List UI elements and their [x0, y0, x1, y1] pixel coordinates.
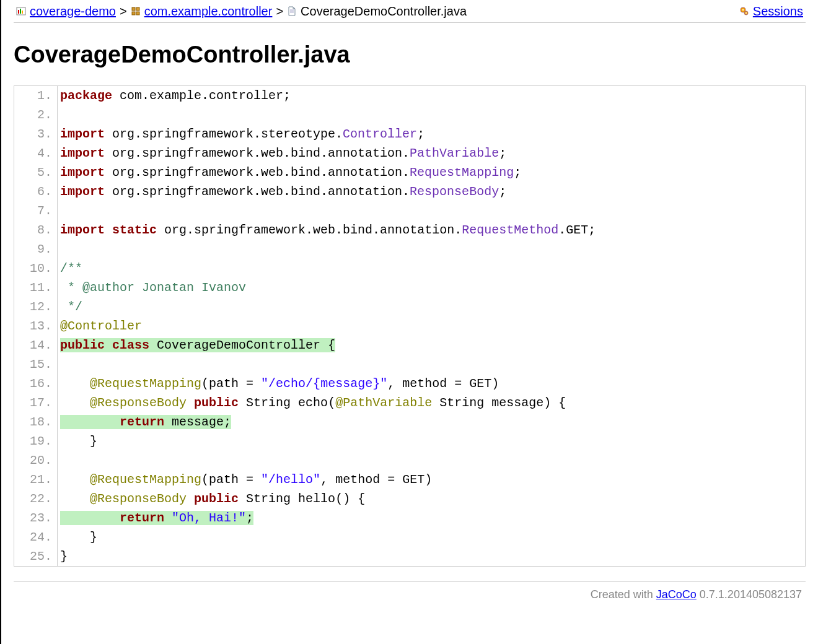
token-pkg: org.springframework.web.bind.annotation.: [112, 185, 410, 199]
token-ann: @RequestMapping: [90, 376, 201, 391]
token-ann: @ResponseBody: [90, 396, 187, 410]
token-punc: {: [558, 396, 566, 410]
token-punc: ;: [417, 127, 424, 141]
svg-rect-4: [132, 7, 135, 11]
token-ident: String message: [439, 396, 543, 410]
source-line: 7.: [14, 201, 805, 220]
gears-icon: [739, 6, 749, 16]
source-line: 3.import org.springframework.stereotype.…: [14, 124, 805, 144]
token-punc: (): [335, 492, 350, 506]
line-number: 10.: [14, 259, 58, 278]
line-number: 4.: [14, 144, 58, 163]
footer-text-prefix: Created with: [591, 588, 656, 601]
token-kw: class: [112, 338, 149, 352]
token-cmt: * @author Jonatan Ivanov: [60, 281, 246, 295]
line-number: 12.: [14, 297, 58, 316]
token-punc: }: [90, 530, 97, 544]
package-icon: [131, 6, 141, 16]
token-ident: path: [209, 376, 246, 391]
line-code: return message;: [58, 412, 805, 432]
page-title: CoverageDemoController.java: [14, 41, 806, 68]
token-ident: CoverageDemoController: [157, 338, 328, 352]
token-punc: {: [358, 492, 365, 506]
breadcrumb-sep: >: [276, 4, 283, 19]
line-number: 17.: [14, 393, 58, 412]
line-number: 6.: [14, 182, 58, 201]
token-ann: @ResponseBody: [90, 492, 187, 506]
svg-rect-2: [20, 9, 21, 14]
footer-link-jacoco[interactable]: JaCoCo: [656, 588, 697, 601]
source-line: 21. @RequestMapping(path = "/hello", met…: [14, 470, 805, 489]
line-number: 3.: [14, 124, 58, 144]
token-cmt: */: [60, 300, 82, 314]
source-line: 5.import org.springframework.web.bind.an…: [14, 163, 805, 182]
sessions-link[interactable]: Sessions: [753, 4, 803, 19]
line-code: package com.example.controller;: [58, 86, 805, 105]
token-ident: GET: [469, 376, 491, 391]
token-member: RequestMethod: [462, 223, 558, 237]
line-code: /**: [58, 259, 805, 278]
source-line: 25.}: [14, 547, 805, 566]
token-punc: ,: [320, 472, 328, 487]
source-line: 11. * @author Jonatan Ivanov: [14, 278, 805, 297]
token-punc: ,: [387, 376, 395, 391]
line-number: 7.: [14, 201, 58, 220]
line-number: 5.: [14, 163, 58, 182]
source-line: 4.import org.springframework.web.bind.an…: [14, 144, 805, 163]
line-number: 14.: [14, 336, 58, 355]
line-code: * @author Jonatan Ivanov: [58, 278, 805, 297]
source-line: 1.package com.example.controller;: [14, 86, 805, 105]
token-str: "/echo/{message}": [261, 376, 387, 391]
coverage-highlight: return message;: [60, 415, 231, 429]
token-ident: String hello: [246, 492, 335, 506]
source-line: 2.: [14, 105, 805, 124]
line-number: 9.: [14, 240, 58, 259]
token-op: =: [454, 376, 462, 391]
token-punc: (: [201, 376, 209, 391]
breadcrumb-link-package[interactable]: com.example.controller: [144, 4, 273, 19]
token-ann: @Controller: [60, 319, 142, 333]
source-line: 15.: [14, 355, 805, 374]
line-code: [58, 240, 805, 259]
source-line: 20.: [14, 451, 805, 470]
token-kw: public: [194, 396, 239, 410]
token-ann: @RequestMapping: [90, 472, 201, 487]
svg-rect-3: [22, 11, 23, 14]
line-code: import org.springframework.web.bind.anno…: [58, 163, 805, 182]
line-number: 21.: [14, 470, 58, 489]
svg-rect-5: [136, 7, 139, 11]
line-code: @RequestMapping(path = "/hello", method …: [58, 470, 805, 489]
line-code: @RequestMapping(path = "/echo/{message}"…: [58, 374, 805, 393]
file-icon: [287, 6, 297, 16]
token-punc: ;: [499, 146, 506, 160]
token-ident: path: [209, 472, 246, 487]
token-punc: }: [90, 434, 97, 448]
coverage-highlight: return "Oh, Hai!";: [60, 511, 253, 525]
line-code: @Controller: [58, 316, 805, 336]
line-code: [58, 201, 805, 220]
token-op: =: [246, 472, 253, 487]
line-code: }: [58, 432, 805, 451]
report-icon: [16, 6, 26, 16]
token-punc: ): [491, 376, 499, 391]
token-ident: message: [172, 415, 224, 429]
token-punc: .: [558, 223, 566, 237]
token-punc: ;: [283, 89, 291, 103]
line-code: import static org.springframework.web.bi…: [58, 220, 805, 240]
token-kw: return: [120, 511, 164, 525]
token-str: "Oh, Hai!": [172, 511, 246, 525]
token-pkg: com.example.controller: [120, 89, 283, 103]
token-str: "/hello": [261, 472, 320, 487]
token-punc: ): [543, 396, 551, 410]
line-number: 20.: [14, 451, 58, 470]
breadcrumb-link-project[interactable]: coverage-demo: [30, 4, 116, 19]
token-op: =: [387, 472, 395, 487]
token-pkg: org.springframework.stereotype.: [112, 127, 343, 141]
token-kw: import: [60, 165, 105, 180]
token-member: Controller: [343, 127, 417, 141]
line-code: public class CoverageDemoController {: [58, 336, 805, 355]
line-code: @ResponseBody public String hello() {: [58, 489, 805, 508]
source-line: 6.import org.springframework.web.bind.an…: [14, 182, 805, 201]
breadcrumb: coverage-demo > com.example.controller >…: [14, 0, 806, 23]
line-number: 16.: [14, 374, 58, 393]
